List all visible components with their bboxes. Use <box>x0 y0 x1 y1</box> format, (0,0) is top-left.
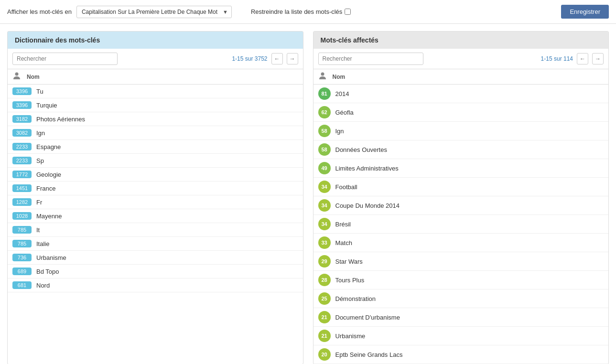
left-next-btn[interactable]: → <box>287 53 298 64</box>
left-row-name: Italie <box>36 240 49 247</box>
right-row-name: Document D'urbanisme <box>335 314 400 321</box>
right-badge: 49 <box>318 162 331 174</box>
right-row-name: 2014 <box>335 90 349 97</box>
left-badge: 3182 <box>12 115 32 123</box>
right-row-name: Géofla <box>335 109 354 116</box>
capitalization-dropdown-wrapper: Capitalisation Sur La Première Lettre De… <box>76 6 232 18</box>
table-row[interactable]: 681 Nord <box>8 278 303 292</box>
table-row[interactable]: 785 Italie <box>8 237 303 251</box>
table-row[interactable]: 3396 Turquie <box>8 98 303 112</box>
right-row-name: Football <box>335 183 357 191</box>
right-badge: 58 <box>318 143 331 156</box>
svg-point-1 <box>321 73 324 76</box>
right-badge: 21 <box>318 311 331 323</box>
left-badge: 1772 <box>12 171 32 178</box>
right-next-btn[interactable]: → <box>592 53 604 64</box>
restrict-checkbox[interactable] <box>345 9 351 15</box>
table-row[interactable]: 34 Football <box>313 178 609 196</box>
left-badge: 2233 <box>12 143 32 150</box>
left-prev-btn[interactable]: ← <box>271 53 283 64</box>
display-keywords-label: Afficher les mot-clés en <box>7 8 72 15</box>
right-prev-btn[interactable]: ← <box>577 53 588 64</box>
table-row[interactable]: 34 Brésil <box>313 215 609 234</box>
table-row[interactable]: 58 Données Ouvertes <box>313 140 609 159</box>
table-row[interactable]: 3396 Tu <box>8 85 303 98</box>
right-row-name: Match <box>335 239 352 246</box>
right-badge: 34 <box>318 199 331 212</box>
table-row[interactable]: 1451 France <box>8 182 303 195</box>
right-badge: 28 <box>318 274 331 286</box>
right-badge: 20 <box>318 348 331 361</box>
left-table-header: Nom <box>8 69 303 85</box>
table-row[interactable]: 81 2014 <box>313 85 609 103</box>
table-row[interactable]: 34 Coupe Du Monde 2014 <box>313 196 609 215</box>
table-row[interactable]: 21 Urbanisme <box>313 327 609 345</box>
main-content: Dictionnaire des mots-clés 1-15 sur 3752… <box>0 24 616 364</box>
table-row[interactable]: 20 Eptb Seine Grands Lacs <box>313 345 609 364</box>
right-table-header: Nom <box>313 69 609 85</box>
left-col-name-header: Nom <box>27 74 40 80</box>
table-row[interactable]: 689 Bd Topo <box>8 265 303 278</box>
right-row-name: Brésil <box>335 221 351 228</box>
left-row-name: Tu <box>36 88 43 95</box>
left-row-name: Turquie <box>36 102 57 109</box>
right-badge: 58 <box>318 125 331 137</box>
left-badge: 2233 <box>12 157 32 164</box>
left-panel-toolbar: 1-15 sur 3752 ← → <box>8 49 303 69</box>
top-bar: Afficher les mot-clés en Capitalisation … <box>0 0 616 24</box>
left-row-name: Sp <box>36 157 44 164</box>
table-row[interactable]: 62 Géofla <box>313 103 609 122</box>
right-badge: 34 <box>318 181 331 193</box>
table-row[interactable]: 21 Document D'urbanisme <box>313 308 609 327</box>
table-row[interactable]: 2233 Sp <box>8 154 303 168</box>
right-badge: 25 <box>318 292 331 305</box>
right-row-name: Démonstration <box>335 295 376 302</box>
right-col-name-header: Nom <box>333 74 346 80</box>
table-row[interactable]: 785 It <box>8 223 303 237</box>
table-row[interactable]: 33 Match <box>313 234 609 252</box>
right-row-name: Coupe Du Monde 2014 <box>335 202 400 209</box>
table-row[interactable]: 58 Ign <box>313 122 609 140</box>
left-badge: 3396 <box>12 87 32 95</box>
left-badge: 785 <box>12 240 32 247</box>
table-row[interactable]: 3182 Photos Aériennes <box>8 112 303 126</box>
right-badge: 21 <box>318 330 331 342</box>
right-row-name: Données Ouvertes <box>335 146 387 153</box>
table-row[interactable]: 25 Démonstration <box>313 289 609 308</box>
table-row[interactable]: 1772 Geologie <box>8 168 303 182</box>
left-row-name: Mayenne <box>36 213 62 220</box>
right-table-body: 81 2014 62 Géofla 58 Ign 58 Données Ouve… <box>313 85 609 364</box>
left-badge: 1282 <box>12 198 32 206</box>
right-search-input[interactable] <box>318 53 423 65</box>
right-badge: 29 <box>318 255 331 268</box>
left-badge: 1028 <box>12 212 32 220</box>
left-badge: 1451 <box>12 184 32 192</box>
svg-point-0 <box>15 73 19 76</box>
restrict-label: Restreindre la liste des mots-clés <box>251 8 351 15</box>
left-row-name: Urbanisme <box>36 254 66 261</box>
right-row-name: Limites Administratives <box>335 165 399 172</box>
capitalization-dropdown[interactable]: Capitalisation Sur La Première Lettre De… <box>76 6 232 18</box>
right-badge: 33 <box>318 236 331 249</box>
left-row-name: Nord <box>36 282 50 289</box>
right-row-name: Eptb Seine Grands Lacs <box>335 351 403 358</box>
table-row[interactable]: 2233 Espagne <box>8 140 303 154</box>
table-row[interactable]: 49 Limites Administratives <box>313 159 609 178</box>
table-row[interactable]: 1282 Fr <box>8 195 303 209</box>
left-search-input[interactable] <box>12 53 118 65</box>
restrict-label-text: Restreindre la liste des mots-clés <box>251 8 342 15</box>
left-panel-header: Dictionnaire des mots-clés <box>8 32 303 49</box>
left-pagination-info: 1-15 sur 3752 <box>232 55 267 62</box>
right-badge: 34 <box>318 218 331 230</box>
table-row[interactable]: 1028 Mayenne <box>8 209 303 223</box>
table-row[interactable]: 3082 Ign <box>8 126 303 140</box>
left-badge: 736 <box>12 254 32 261</box>
save-button[interactable]: Enregistrer <box>561 5 609 19</box>
table-row[interactable]: 29 Star Wars <box>313 252 609 271</box>
right-row-name: Ign <box>335 128 344 135</box>
table-row[interactable]: 28 Tours Plus <box>313 271 609 289</box>
table-row[interactable]: 736 Urbanisme <box>8 251 303 265</box>
left-badge: 3396 <box>12 101 32 109</box>
left-badge: 681 <box>12 281 32 289</box>
left-row-name: France <box>36 185 55 192</box>
